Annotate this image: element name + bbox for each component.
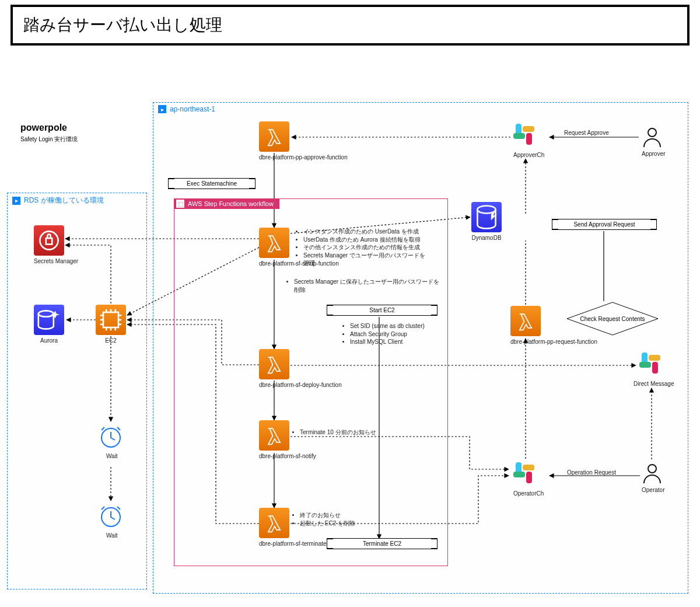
pill-label: Start EC2 [369,307,394,313]
pill-label: Exec Statemachine [187,180,237,187]
list-item: Terminate 10 分前のお知らせ [300,428,408,437]
lambda-approve-label: dbre-platform-pp-approve-function [259,154,289,161]
lambda-icon [259,349,289,379]
operator-icon [640,461,664,484]
svg-rect-24 [103,312,118,327]
svg-point-20 [477,206,495,214]
region-rds-label: RDS が稼働している環境 [24,196,104,205]
lambda-icon [259,508,289,538]
lambda-request-label: dbre-platform-pp-request-function [510,339,541,345]
pill-send-approval: Send Approval Request [552,219,657,230]
wait-2-label: Wait [106,532,118,539]
wait-1-label: Wait [106,453,118,459]
edge-operation-request: Operation Request [567,469,616,476]
wait-1-icon [97,423,124,449]
notes-notify: Terminate 10 分前のお知らせ [292,428,408,437]
dynamodb: DynamoDB [471,202,502,241]
lambda-terminate: dbre-platform-sf-terminate-function [259,508,289,547]
step-functions-icon: ⬚ [176,200,184,208]
list-item: Secrets Manager でユーザー用のパスワードを管理 [303,252,429,267]
lambda-setup: dbre-platform-sf-setup-function [259,228,289,267]
svg-rect-22 [46,238,52,244]
slack-approver-ch-icon [512,123,540,151]
region-flag-icon: ▸ [12,197,20,205]
powerpole-block: powerpole Safety Login 実行環境 [20,123,78,144]
region-rds-env: ▸ RDS が稼働している環境 [7,193,147,589]
svg-point-28 [648,128,656,137]
lambda-deploy-label: dbre-platform-sf-deploy-function [259,382,289,388]
operator-label: Operator [642,487,664,493]
region-main-label: ap-northeast-1 [170,105,215,113]
notes-start-ec2: Set SID (same as db cluster) Attach Secu… [342,322,441,346]
step-functions-header: ⬚ AWS Step Functions workflow [174,198,279,209]
ec2-label: EC2 [96,337,126,344]
step-functions-label: AWS Step Functions workflow [188,200,274,207]
edge-request-approve: Request Approve [564,130,609,136]
slack-dm-icon [638,351,666,379]
region-flag-icon: ▸ [158,105,166,113]
list-item: インスタンス作成のための UserData を作成 [303,228,429,236]
lambda-notify: dbre-platform-sf-notify [259,420,289,459]
dynamodb-icon [471,202,502,232]
lambda-notify-label: dbre-platform-sf-notify [259,453,289,459]
region-main-header: ▸ ap-northeast-1 [153,103,688,116]
ec2-icon [96,305,126,335]
check-request-diamond: Check Request Contents [566,301,659,336]
slack-operator-ch-label: OperatorCh [513,490,544,497]
svg-point-29 [648,465,656,473]
list-item: 終了のお知らせ [300,511,385,519]
notes-setup: インスタンス作成のための UserData を作成 UserData 作成のため… [295,228,429,267]
lambda-deploy: dbre-platform-sf-deploy-function [259,349,289,388]
slack-operator-ch-icon [512,461,540,489]
lambda-icon [259,228,289,258]
lambda-setup-label: dbre-platform-sf-setup-function [259,260,289,267]
secrets-icon [34,225,64,256]
lambda-terminate-label: dbre-platform-sf-terminate-function [259,540,289,547]
pill-exec-sm: Exec Statemachine [168,178,256,189]
aurora-label: Aurora [34,337,64,344]
wait-2-icon [97,502,124,529]
list-item: Install MySQL Client [350,338,441,346]
lambda-icon [510,306,541,336]
pill-terminate-ec2: Terminate EC2 [327,538,438,549]
pill-label: Terminate EC2 [363,540,401,547]
pill-start-ec2: Start EC2 [327,305,438,316]
dynamodb-label: DynamoDB [471,235,502,241]
pill-label: Send Approval Request [573,221,635,228]
list-item: UserData 作成のため Aurora 接続情報を取得 [303,236,429,244]
slack-dm-label: Direct Message [634,381,674,387]
svg-point-23 [38,311,54,316]
diamond-label: Check Request Contents [580,316,645,322]
powerpole-subtitle: Safety Login 実行環境 [20,135,78,144]
list-item: Secrets Manager に保存したユーザー用のパスワードを削除 [294,278,443,294]
list-item: Attach Security Group [350,330,441,339]
lambda-request: dbre-platform-pp-request-function [510,306,541,345]
powerpole-name: powerpole [20,123,78,133]
aurora: Aurora [34,305,64,344]
lambda-icon [259,420,289,451]
diagram-canvas: powerpole Safety Login 実行環境 ▸ ap-northea… [0,0,700,607]
lambda-icon [259,121,289,152]
secrets-manager: Secrets Manager [34,225,64,264]
secrets-label: Secrets Manager [34,258,64,264]
slack-approver-ch-label: ApproverCh [513,152,544,158]
approver-label: Approver [642,151,666,157]
list-item: 起動した EC2 を削除 [300,519,385,528]
lambda-approve: dbre-platform-pp-approve-function [259,121,289,161]
region-rds-header: ▸ RDS が稼働している環境 [8,193,146,208]
notes-terminate: 終了のお知らせ 起動した EC2 を削除 [292,511,385,527]
list-item: Set SID (same as db cluster) [350,322,441,330]
list-item: その他インスタンス作成のための情報を生成 [303,243,429,252]
aurora-icon [34,305,64,335]
approver-icon [640,125,664,148]
notes-setup-below: Secrets Manager に保存したユーザー用のパスワードを削除 [286,278,443,294]
ec2: EC2 [96,305,126,344]
